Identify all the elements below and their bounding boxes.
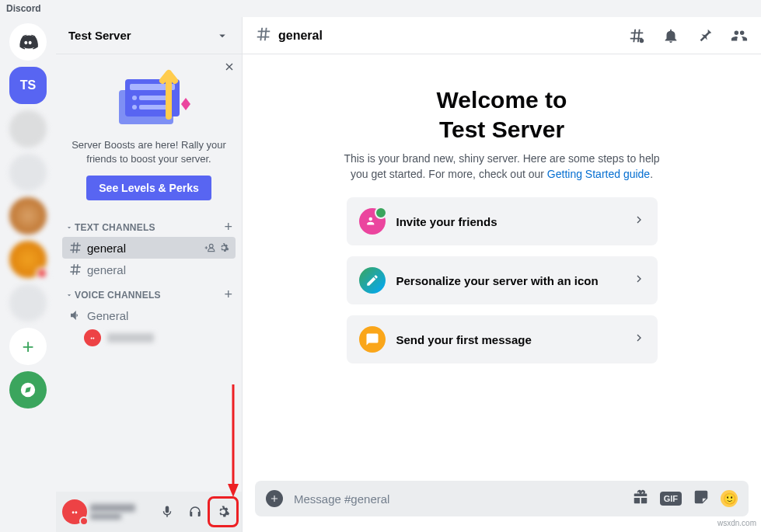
gif-button[interactable]: GIF [660,492,682,506]
notification-dot [36,267,48,280]
speaker-icon [68,308,82,322]
members-button[interactable] [730,26,749,45]
user-info[interactable] [90,502,152,521]
sticker-icon [693,489,710,506]
svg-point-5 [132,105,137,110]
main-content: general Welcome to Test Server This is y… [243,17,761,532]
discord-logo-icon [87,332,98,343]
add-voice-channel-button[interactable]: + [224,287,232,303]
card-invite-friends[interactable]: Invite your friends [347,197,658,245]
mute-button[interactable] [155,499,180,524]
gear-icon[interactable] [218,242,229,253]
close-icon [223,61,236,73]
status-indicator [79,516,89,526]
discord-logo-icon [17,31,39,53]
plus-icon [269,493,280,504]
chevron-right-icon [633,273,645,288]
add-text-channel-button[interactable]: + [224,219,232,235]
server-header[interactable]: Test Server [56,17,242,54]
user-panel [56,492,242,532]
channel-header: general [243,17,761,54]
user-settings-button[interactable] [211,499,236,524]
explore-servers-button[interactable] [9,371,47,409]
titlebar: Discord [0,0,761,17]
server-test-server[interactable]: TS [9,67,47,104]
threads-button[interactable] [627,26,646,45]
headphones-icon [188,505,202,519]
chevron-right-icon [633,214,645,229]
svg-point-7 [640,38,644,42]
compass-icon [19,381,37,398]
mic-icon [160,505,174,519]
welcome-title: Welcome to Test Server [437,85,567,144]
message-input[interactable] [294,492,621,506]
pinned-button[interactable] [696,26,714,45]
channel-title: general [278,29,612,43]
pin-icon [696,27,714,44]
boost-close-button[interactable] [223,61,236,76]
avatar [84,329,101,346]
add-server-button[interactable]: + [9,328,47,365]
sticker-button[interactable] [693,489,710,509]
hash-icon [68,241,82,255]
hash-icon [255,26,272,46]
deafen-button[interactable] [183,499,208,524]
voice-user[interactable] [62,326,236,349]
category-voice-channels[interactable]: VOICE CHANNELS + [62,280,236,304]
home-button[interactable] [9,23,47,61]
gift-icon [632,489,649,506]
boost-levels-button[interactable]: See Levels & Perks [86,176,211,200]
app-name: Discord [6,3,41,14]
server-name: Test Server [68,29,131,42]
chevron-down-icon [65,224,73,231]
boost-illustration [68,67,229,129]
server-list: TS + [0,17,56,532]
getting-started-link[interactable]: Getting Started guide [547,168,650,180]
channel-list: TEXT CHANNELS + general general VOI [56,213,242,492]
threads-icon [628,27,645,44]
voice-channel-general[interactable]: General [62,304,236,326]
user-avatar[interactable] [62,499,87,524]
message-composer: GIF 🙂 [243,481,761,532]
card-first-message[interactable]: Send your first message [347,315,658,363]
server-item[interactable] [9,154,47,191]
server-item[interactable] [9,284,47,322]
voice-user-name [107,333,154,342]
attach-button[interactable] [266,490,283,507]
channel-general[interactable]: general [62,237,236,259]
card-personalize-icon[interactable]: Personalize your server with an icon [347,256,658,304]
invite-icon[interactable] [204,242,215,253]
category-text-channels[interactable]: TEXT CHANNELS + [62,213,236,237]
boost-text: Server Boosts are here! Rally your frien… [68,138,229,166]
server-item[interactable] [9,241,47,278]
hash-icon [68,263,82,276]
welcome-desc: This is your brand new, shiny server. He… [339,151,665,182]
watermark: wsxdn.com [717,519,756,527]
server-item[interactable] [9,197,47,235]
chevron-right-icon [633,332,645,347]
invite-icon [359,208,386,235]
channel-general-2[interactable]: general [62,259,236,280]
members-icon [731,27,748,44]
notifications-button[interactable] [662,26,680,45]
bell-icon [662,27,679,44]
gear-icon [216,505,230,519]
chat-icon [359,326,386,353]
server-item[interactable] [9,110,47,148]
channel-sidebar: Test Server [56,17,243,532]
gift-button[interactable] [632,489,649,509]
chevron-down-icon [65,291,73,299]
svg-point-3 [132,96,137,100]
emoji-button[interactable]: 🙂 [721,490,738,507]
chevron-down-icon [215,29,229,43]
pencil-icon [359,267,386,294]
welcome-screen: Welcome to Test Server This is your bran… [243,54,761,481]
boost-card: Server Boosts are here! Rally your frien… [56,54,242,213]
